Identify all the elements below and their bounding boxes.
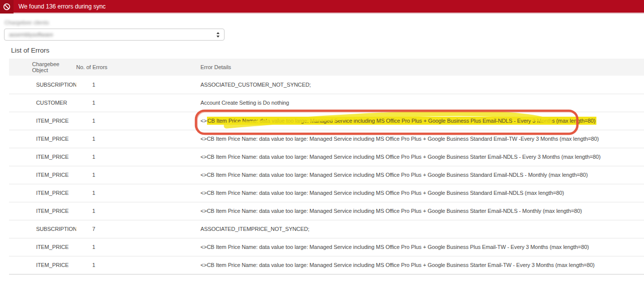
- table-header-row: Chargebee Object No. of Errors Error Det…: [9, 59, 644, 76]
- cell-error-count: 1: [76, 166, 200, 184]
- cell-error-count: 1: [76, 94, 200, 112]
- cell-error-count: 7: [76, 220, 200, 238]
- cell-error-details: <>CB Item Price Name: data value too lar…: [200, 202, 644, 220]
- table-row: ITEM_PRICE1<>CB Item Price Name: data va…: [9, 184, 644, 202]
- error-banner: We found 136 errors during sync: [0, 0, 644, 14]
- spinner-up-icon[interactable]: [217, 32, 220, 34]
- page-title: List of Errors: [11, 47, 50, 54]
- table-row: ITEM_PRICE1<>CB Item Price Name: data va…: [9, 148, 644, 166]
- column-header-chargebee-object: Chargebee Object: [9, 59, 76, 76]
- cell-error-count: 1: [76, 256, 200, 274]
- table-row: ITEM_PRICE1<>CB Item Price Name: data va…: [9, 130, 644, 148]
- cell-error-details: ASSOCIATED_ITEMPRICE_NOT_SYNCED;: [200, 220, 644, 238]
- cell-error-count: 1: [76, 202, 200, 220]
- cell-chargebee-object: ITEM_PRICE: [9, 166, 76, 184]
- cell-error-count: 1: [76, 112, 200, 130]
- cell-chargebee-object: ITEM_PRICE: [9, 148, 76, 166]
- cell-error-details: <>CB Item Price Name: data value too lar…: [200, 112, 644, 130]
- table-row: ITEM_PRICE1<>CB Item Price Name: data va…: [9, 166, 644, 184]
- table-row: ITEM_PRICE1<>CB Item Price Name: data va…: [9, 112, 644, 130]
- cell-error-details: Account Create Setting is Do nothing: [200, 94, 644, 112]
- column-header-no-of-errors: No. of Errors: [76, 59, 200, 76]
- error-table-body: SUBSCRIPTION1ASSOCIATED_CUSTOMER_NOT_SYN…: [9, 76, 644, 274]
- cell-chargebee-object: ITEM_PRICE: [9, 202, 76, 220]
- cell-chargebee-object: ITEM_PRICE: [9, 256, 76, 274]
- table-row: ITEM_PRICE1<>CB Item Price Name: data va…: [9, 256, 644, 274]
- cell-chargebee-object: CUSTOMER: [9, 94, 76, 112]
- cell-chargebee-object: ITEM_PRICE: [9, 238, 76, 256]
- error-detail-prefix: <>: [200, 118, 207, 124]
- cell-chargebee-object: SUBSCRIPTION: [9, 76, 76, 94]
- client-select-value: assemblysoftware: [9, 32, 53, 38]
- column-header-error-details: Error Details: [200, 59, 644, 76]
- cell-error-details: <>CB Item Price Name: data value too lar…: [200, 184, 644, 202]
- cell-error-count: 1: [76, 76, 200, 94]
- banner-message: We found 136 errors during sync: [19, 0, 106, 13]
- table-row: CUSTOMER1Account Create Setting is Do no…: [9, 94, 644, 112]
- errors-table: Chargebee Object No. of Errors Error Det…: [9, 59, 644, 274]
- cell-error-details: ASSOCIATED_CUSTOMER_NOT_SYNCED;: [200, 76, 644, 94]
- cell-chargebee-object: ITEM_PRICE: [9, 184, 76, 202]
- cell-error-count: 1: [76, 238, 200, 256]
- cell-error-count: 1: [76, 130, 200, 148]
- spinner-down-icon[interactable]: [217, 36, 220, 38]
- cell-chargebee-object: ITEM_PRICE: [9, 112, 76, 130]
- table-row: ITEM_PRICE1<>CB Item Price Name: data va…: [9, 238, 644, 256]
- client-selector-label: Chargebee clients: [5, 20, 49, 26]
- table-row: SUBSCRIPTION7ASSOCIATED_ITEMPRICE_NOT_SY…: [9, 220, 644, 238]
- cell-error-count: 1: [76, 148, 200, 166]
- client-select-dropdown[interactable]: assemblysoftware: [4, 29, 225, 41]
- no-entry-icon: [0, 0, 14, 14]
- table-row: ITEM_PRICE1<>CB Item Price Name: data va…: [9, 202, 644, 220]
- cell-chargebee-object: ITEM_PRICE: [9, 130, 76, 148]
- cell-chargebee-object: SUBSCRIPTION: [9, 220, 76, 238]
- cell-error-details: <>CB Item Price Name: data value too lar…: [200, 256, 644, 274]
- cell-error-details: <>CB Item Price Name: data value too lar…: [200, 130, 644, 148]
- cell-error-details: <>CB Item Price Name: data value too lar…: [200, 148, 644, 166]
- cell-error-count: 1: [76, 184, 200, 202]
- cell-error-details: <>CB Item Price Name: data value too lar…: [200, 238, 644, 256]
- table-row: SUBSCRIPTION1ASSOCIATED_CUSTOMER_NOT_SYN…: [9, 76, 644, 94]
- select-spinner[interactable]: [217, 32, 220, 38]
- highlighted-error-text: CB Item Price Name: data value too large…: [207, 117, 596, 125]
- cell-error-details: <>CB Item Price Name: data value too lar…: [200, 166, 644, 184]
